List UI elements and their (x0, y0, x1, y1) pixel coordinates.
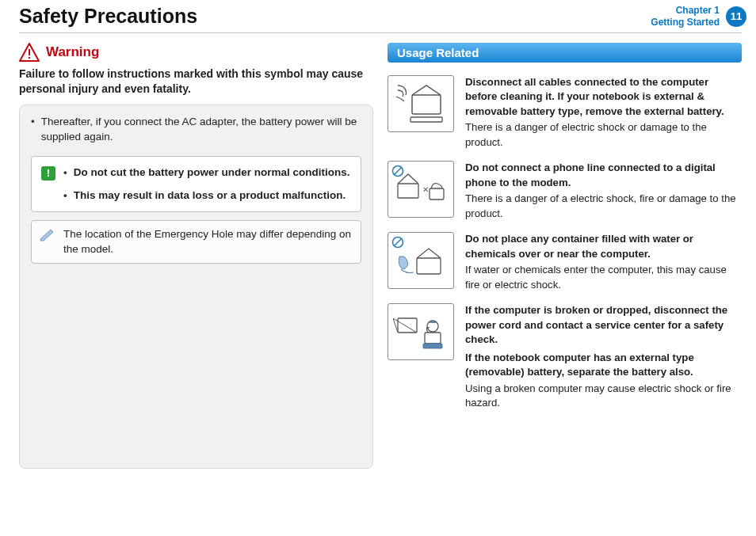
caution-item-2: • This may result in data loss or a prod… (63, 188, 350, 203)
caution-badge-icon: ! (41, 166, 55, 181)
svg-rect-4 (410, 117, 442, 122)
broken-computer-service-illustration (388, 303, 454, 360)
bullet-dot-icon: • (63, 188, 67, 203)
usage-item-body: Disconnect all cables connected to the c… (465, 75, 742, 150)
bullet-dot-icon: • (63, 165, 67, 181)
svg-rect-17 (425, 333, 441, 344)
page-title: Safety Precautions (19, 5, 197, 28)
svg-line-6 (395, 168, 402, 175)
svg-rect-9 (430, 188, 444, 200)
page-header: Safety Precautions Chapter 1 Getting Sta… (0, 0, 756, 29)
chapter-block: Chapter 1 Getting Started 11 (651, 5, 746, 28)
chapter-text: Chapter 1 Getting Started (651, 5, 720, 28)
panel-bullet-1: • Thereafter, if you connect the AC adap… (31, 115, 361, 145)
svg-rect-2 (29, 57, 30, 59)
svg-text:✕: ✕ (422, 185, 429, 194)
prohibit-icon (391, 236, 404, 249)
left-column: Warning Failure to follow instructions m… (19, 43, 373, 469)
usage-item-text: There is a danger of electric shock or d… (465, 121, 707, 147)
usage-item-bold: Do not connect a phone line connected to… (465, 161, 742, 190)
svg-rect-12 (417, 258, 441, 274)
svg-rect-1 (29, 49, 30, 55)
warning-triangle-icon (19, 43, 40, 62)
disconnect-cables-illustration (388, 75, 454, 132)
usage-item-body: Do not place any container filled with w… (465, 232, 742, 292)
chapter-line-1: Chapter 1 (651, 5, 720, 16)
note-text: The location of the Emergency Hole may d… (63, 227, 353, 257)
usage-item-bold: Do not place any container filled with w… (465, 232, 742, 261)
right-column: Usage Related Disconnect all cables conn… (388, 43, 742, 469)
usage-item: Disconnect all cables connected to the c… (388, 75, 742, 150)
svg-line-11 (395, 239, 402, 246)
no-water-container-illustration (388, 232, 454, 289)
content-columns: Warning Failure to follow instructions m… (0, 33, 756, 478)
usage-item: ✕ Do not connect a phone line connected … (388, 161, 742, 221)
caution-card: ! • Do not cut the battery power under n… (31, 156, 361, 212)
svg-line-14 (393, 318, 417, 333)
left-info-panel: • Thereafter, if you connect the AC adap… (19, 105, 373, 469)
page-number-badge: 11 (726, 6, 746, 27)
usage-item-text: If water or chemicals enter the computer… (465, 264, 727, 290)
usage-item-body: Do not connect a phone line connected to… (465, 161, 742, 221)
caution-item-2-text: This may result in data loss or a produc… (74, 188, 346, 203)
warning-heading: Warning (19, 43, 373, 62)
caution-item-1-text: Do not cut the battery power under norma… (74, 165, 350, 181)
usage-item-body: If the computer is broken or dropped, di… (465, 303, 742, 410)
usage-item-bold: Disconnect all cables connected to the c… (465, 75, 742, 119)
svg-rect-3 (412, 95, 441, 114)
usage-item-text: Using a broken computer may cause electr… (465, 382, 731, 409)
usage-item-text: There is a danger of a electric shock, f… (465, 192, 736, 219)
warning-label: Warning (46, 44, 99, 60)
panel-bullet-1-text: Thereafter, if you connect the AC adapte… (41, 115, 361, 145)
bullet-dot-icon: • (31, 115, 35, 145)
usage-item: If the computer is broken or dropped, di… (388, 303, 742, 410)
caution-item-1: • Do not cut the battery power under nor… (63, 165, 350, 181)
caution-list: • Do not cut the battery power under nor… (63, 165, 350, 203)
svg-rect-18 (423, 344, 442, 348)
note-card: The location of the Emergency Hole may d… (31, 220, 361, 264)
chapter-line-2: Getting Started (651, 17, 720, 28)
usage-item: Do not place any container filled with w… (388, 232, 742, 292)
usage-item-bold: If the computer is broken or dropped, di… (465, 303, 742, 347)
no-phone-line-illustration: ✕ (388, 161, 454, 218)
usage-item-bold-2: If the notebook computer has an external… (465, 351, 742, 380)
svg-rect-7 (398, 184, 418, 198)
note-pencil-icon (40, 227, 55, 257)
usage-section-heading: Usage Related (388, 43, 742, 63)
warning-description: Failure to follow instructions marked wi… (19, 67, 373, 97)
prohibit-icon (391, 165, 404, 177)
